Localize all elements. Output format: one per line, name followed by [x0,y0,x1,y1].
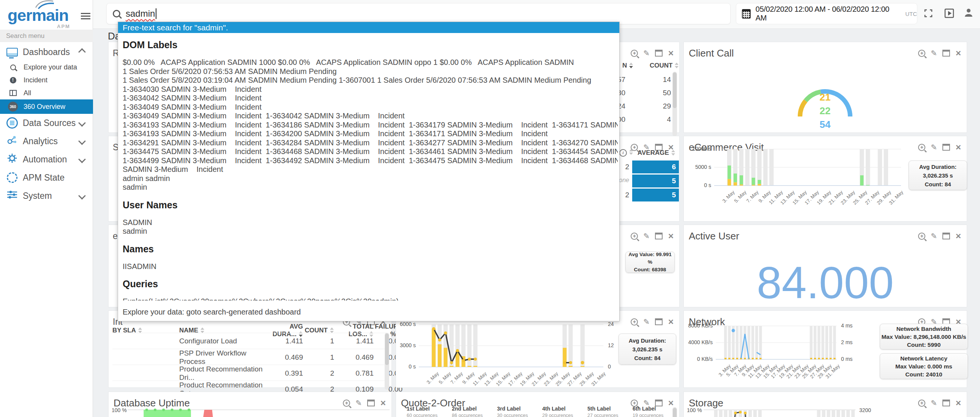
search-result-item[interactable]: 1-3634475 SADMIN 3-Medium Incident 1-363… [123,147,618,156]
edit-icon[interactable]: ✎ [931,231,937,241]
sort-icon[interactable] [138,327,142,333]
zoom-in-icon[interactable]: + [918,144,925,151]
average-bar: 5 [632,174,679,187]
global-search[interactable]: sadmin [106,3,730,24]
search-result-item[interactable]: IISADMIN [123,262,618,271]
search-result-item[interactable]: Explore(List%2Cuser%20names%2Cwhere%2Cus… [123,297,618,301]
edit-icon[interactable]: ✎ [355,398,362,407]
widget-quote2order: Quote-2-Order +✎✕ 1st Label60 occurences… [396,392,680,417]
scrollbar[interactable] [673,407,677,417]
edit-icon[interactable]: ✎ [931,398,937,407]
search-result-item[interactable]: 1-3634030 SADMIN 3-Medium Incident [123,85,618,94]
sidebar-item-explore-your-data[interactable]: Explore your data [0,61,93,74]
search-input-value[interactable]: sadmin [126,8,155,19]
search-result-item[interactable]: SADMIN [123,218,618,227]
maximize-icon[interactable] [655,50,663,57]
free-text-search-option[interactable]: Free-text search for "sadmin". [118,22,619,33]
edit-icon[interactable]: ✎ [643,317,650,326]
search-result-item[interactable]: 1-3634049 SADMIN 3-Medium Incident 1-363… [123,111,618,121]
scrollbar[interactable] [673,72,677,136]
sidebar-item-360-overview[interactable]: 360360 Overview [0,100,93,114]
chevron-up-icon [78,48,86,56]
axis-tick-label: 4000 KB/s [687,339,713,345]
zoom-in-icon[interactable]: + [918,233,925,240]
columns-icon [7,90,19,96]
sidebar-item-dashboards[interactable]: Dashboards [0,43,93,61]
close-icon[interactable]: ✕ [668,317,674,326]
search-result-item[interactable]: admin sadmin [123,174,618,183]
client-call-gauge-chart: 212254 [684,42,967,135]
widget-sla-table: Int +✎✕ BY SLANAMEAVG DURA...COUNTTOTAL … [108,311,392,388]
badge-360-icon: 360 [7,102,19,111]
date-range-picker[interactable]: 05/02/2020 12:00 AM - 06/02/2020 12:00 A… [736,3,917,24]
search-result-item[interactable]: 1 Sales Order 5/6/2020 07:56:53 AM SADMI… [123,67,618,76]
maximize-icon[interactable] [942,233,950,239]
maximize-icon[interactable] [655,233,663,239]
avg-duration-box: Avg Duration:3,026.235 sCount: 84 [908,160,967,190]
gauge-value: 22 [814,105,837,117]
close-icon[interactable]: ✕ [380,399,386,407]
search-result-item[interactable]: 1-3634042 SADMIN 3-Medium Incident [123,94,618,103]
sidebar-item-system[interactable]: System [0,187,93,205]
sidebar-item-label: APM State [23,173,65,183]
sidebar-item-incident[interactable]: !Incident [0,74,93,87]
sidebar-item-apm-state[interactable]: APM State [0,168,93,187]
widget-active-user: Active User +✎✕ 84.000 [684,225,967,308]
search-result-item[interactable]: sadmin [123,227,618,236]
edit-icon[interactable]: ✎ [643,231,650,241]
zoom-in-icon[interactable]: + [631,50,638,57]
sort-icon[interactable] [330,327,334,333]
search-result-item[interactable]: 1-3634291 SADMIN 3-Medium Incident 1-363… [123,138,618,147]
search-results: DOM Labels$0.00 0% ACAPS Application SAD… [123,36,618,301]
gauge-value: 21 [814,92,837,103]
section-header: Queries [123,279,618,290]
axis-tick-label: 6000 s [390,321,416,327]
datasources-icon [6,117,18,128]
gauge-value: 54 [814,119,837,130]
close-icon[interactable]: ✕ [668,232,674,241]
sidebar-item-label: Explore your data [24,63,77,71]
search-result-item[interactable]: sadmin [123,183,618,192]
sidebar-item-analytics[interactable]: Analytics [0,132,93,150]
maximize-icon[interactable] [942,144,950,151]
network-latency-box: Network LatencyMax Value: 0.000 msCount:… [880,353,968,379]
explore-data-option[interactable]: Explore your data: goto search-generated… [123,308,301,316]
fullscreen-icon[interactable] [923,8,933,20]
sidebar-item-all[interactable]: All [0,87,93,100]
close-icon[interactable]: ✕ [955,143,961,152]
zoom-in-icon[interactable]: + [918,400,925,407]
zoom-in-icon[interactable]: + [631,233,638,240]
search-result-item[interactable]: SADMIN 3-Medium Incident [123,165,618,174]
sidebar: germain APM DashboardsExplore your data!… [0,0,93,417]
close-icon[interactable]: ✕ [955,232,961,241]
sort-icon[interactable] [200,327,205,333]
search-result-item[interactable]: 1-3634049 SADMIN 3-Medium Incident [123,103,618,112]
funnel-stage: 1st Label60 occurencesGotoView [407,406,449,417]
user-icon[interactable] [964,8,974,19]
zoom-in-icon[interactable]: + [343,400,350,407]
search-result-item[interactable]: 1-3634499 SADMIN 3-Medium Incident 1-363… [123,156,618,165]
scrollbar[interactable] [385,333,389,390]
search-result-item[interactable]: 1 Sales Order 5/8/2020 03:19:04 AM SADMI… [123,76,618,85]
maximize-icon[interactable] [367,400,375,406]
search-result-item[interactable]: 1-3634193 SADMIN 3-Medium Incident 1-363… [123,129,618,138]
present-icon[interactable] [944,8,954,20]
sidebar-item-data-sources[interactable]: Data Sources [0,114,93,132]
sidebar-search-input[interactable] [0,30,93,42]
close-icon[interactable]: ✕ [668,49,674,58]
maximize-icon[interactable] [655,318,663,325]
maximize-icon[interactable] [942,400,950,406]
section-header: DOM Labels [123,40,618,51]
menu-toggle-icon[interactable] [81,11,91,21]
edit-icon[interactable]: ✎ [931,143,937,152]
widget-database-uptime: Database Uptime +✎✕ 100 % [108,392,392,417]
close-icon[interactable]: ✕ [955,399,961,407]
zoom-in-icon[interactable]: + [631,318,638,325]
funnel-stage: 6th Label19 occurencesLabel [633,406,675,417]
edit-icon[interactable]: ✎ [643,49,650,58]
search-result-item[interactable]: 1-3634193 SADMIN 3-Medium Incident 1-363… [123,121,618,130]
y-axis-label: 100 % [111,407,127,413]
average-bar: 6 [632,160,679,173]
search-result-item[interactable]: $0.00 0% ACAPS Application SADMIN 1000 $… [123,58,618,67]
sidebar-item-automation[interactable]: Automation [0,150,93,168]
